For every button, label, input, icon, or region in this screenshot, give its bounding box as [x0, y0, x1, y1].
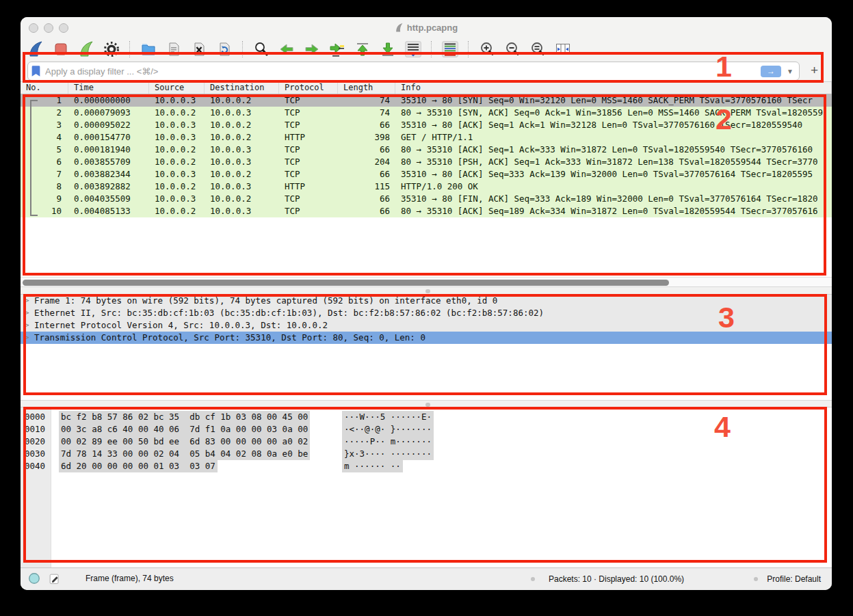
apply-filter-button[interactable]: →: [761, 66, 781, 77]
hex-bytes: 6d 20 00 00 00 00 01 03 03 07: [59, 460, 218, 472]
expand-chevron-icon[interactable]: >: [25, 319, 34, 332]
column-header-time[interactable]: Time: [68, 82, 149, 94]
detail-row-text: Internet Protocol Version 4, Src: 10.0.0…: [34, 319, 328, 332]
column-header-protocol[interactable]: Protocol: [279, 82, 338, 94]
packet-row-10[interactable]: 100.00408513310.0.0.210.0.0.3TCP6680 → 3…: [21, 205, 832, 217]
colorize-packets-icon[interactable]: [442, 41, 458, 57]
go-last-packet-icon[interactable]: [380, 41, 396, 57]
capture-comment-icon[interactable]: [48, 572, 61, 585]
ascii-bytes: }x·3···· ········: [342, 448, 434, 460]
open-file-icon[interactable]: [140, 41, 157, 57]
packet-cell: TCP: [279, 107, 338, 119]
expand-chevron-icon[interactable]: >: [25, 332, 34, 344]
packet-cell: 10.0.0.2: [205, 168, 279, 180]
zoom-out-icon[interactable]: [504, 41, 521, 57]
go-first-packet-icon[interactable]: [354, 41, 371, 57]
toolbar-separator: [129, 41, 131, 57]
display-filter-bar: Apply a display filter ... <⌘/> → ▼ +: [21, 61, 832, 81]
expert-info-icon[interactable]: [27, 572, 41, 585]
packet-cell: 0.004035509: [68, 193, 149, 205]
detail-row[interactable]: >Frame 1: 74 bytes on wire (592 bits), 7…: [21, 295, 832, 307]
detail-row[interactable]: >Ethernet II, Src: bc:35:db:cf:1b:03 (bc…: [21, 307, 832, 319]
status-profile-text[interactable]: Profile: Default: [767, 574, 821, 584]
hex-bytes: bc f2 b8 57 86 02 bc 35 db cf 1b 03 08 0…: [59, 411, 310, 423]
packet-cell: 0.003882344: [68, 168, 149, 180]
packet-cell: 10: [21, 205, 68, 217]
packet-row-5[interactable]: 50.00018194010.0.0.210.0.0.3TCP6680 → 35…: [21, 144, 832, 156]
auto-scroll-icon[interactable]: [405, 41, 421, 57]
packet-cell: 10.0.0.2: [205, 94, 279, 107]
packet-cell: HTTP: [279, 180, 338, 193]
detail-row[interactable]: >Internet Protocol Version 4, Src: 10.0.…: [21, 319, 832, 332]
resize-columns-icon[interactable]: [555, 41, 571, 57]
bytes-rows: 0000bc f2 b8 57 86 02 bc 35 db cf 1b 03 …: [21, 411, 832, 472]
packet-cell: 10.0.0.3: [149, 168, 205, 180]
packet-row-4[interactable]: 40.00015477010.0.0.310.0.0.2HTTP398GET /…: [21, 131, 832, 144]
packet-cell: 0.000095022: [68, 119, 149, 131]
go-to-packet-icon[interactable]: [329, 41, 345, 57]
capture-options-icon[interactable]: [103, 41, 120, 57]
zoom-in-icon[interactable]: [479, 41, 495, 57]
ascii-bytes: ···W···5 ······E·: [342, 411, 434, 423]
pane-splitter-2[interactable]: [21, 400, 832, 407]
packet-row-2[interactable]: 20.00007909310.0.0.210.0.0.3TCP7480 → 35…: [21, 107, 832, 119]
hex-bytes: 00 3c a8 c6 40 00 40 06 7d f1 0a 00 00 0…: [59, 423, 310, 436]
zoom-window-button[interactable]: [59, 23, 68, 33]
pane-splitter-1[interactable]: [21, 286, 832, 295]
find-packet-icon[interactable]: [253, 41, 270, 57]
expand-chevron-icon[interactable]: >: [25, 295, 34, 307]
packet-cell: HTTP/1.0 200 OK: [395, 180, 832, 193]
status-dot-icon: [754, 577, 758, 581]
packet-cell: 5: [21, 144, 68, 156]
window-title-area: http.pcapng: [21, 17, 832, 38]
zoom-reset-icon[interactable]: [529, 41, 546, 57]
display-filter-input[interactable]: Apply a display filter ... <⌘/> → ▼: [27, 62, 800, 81]
packet-row-1[interactable]: 10.00000000010.0.0.310.0.0.2TCP7435310 →…: [21, 94, 832, 107]
hscrollbar-thumb[interactable]: [23, 280, 669, 286]
packet-row-6[interactable]: 60.00385570910.0.0.210.0.0.3TCP20480 → 3…: [21, 156, 832, 168]
packet-row-8[interactable]: 80.00389288210.0.0.210.0.0.3HTTP115HTTP/…: [21, 180, 832, 193]
packet-cell: TCP: [279, 168, 338, 180]
packet-row-3[interactable]: 30.00009502210.0.0.310.0.0.2TCP6635310 →…: [21, 119, 832, 131]
filter-dropdown-caret-icon[interactable]: ▼: [785, 68, 796, 75]
ascii-bytes: ·<··@·@· }·······: [342, 423, 434, 436]
hex-row[interactable]: 002000 02 89 ee 00 50 bd ee 6d 83 00 00 …: [21, 436, 832, 448]
bookmark-icon[interactable]: [31, 65, 41, 77]
column-header-source[interactable]: Source: [149, 82, 205, 94]
stop-capture-icon[interactable]: [53, 41, 69, 57]
close-file-icon[interactable]: [191, 41, 207, 57]
start-capture-icon[interactable]: [27, 41, 44, 57]
minimize-window-button[interactable]: [44, 23, 53, 33]
packet-cell: 74: [338, 94, 395, 107]
hex-row[interactable]: 0000bc f2 b8 57 86 02 bc 35 db cf 1b 03 …: [21, 411, 832, 423]
hex-row[interactable]: 00406d 20 00 00 00 00 01 03 03 07m ·····…: [21, 460, 832, 472]
packet-cell: 35310 → 80 [FIN, ACK] Seq=333 Ack=189 Wi…: [395, 193, 832, 205]
add-filter-button[interactable]: +: [805, 63, 825, 79]
restart-capture-icon[interactable]: [78, 41, 94, 57]
packet-list: 10.00000000010.0.0.310.0.0.2TCP7435310 →…: [21, 94, 832, 217]
close-window-button[interactable]: [29, 23, 38, 33]
packet-list-hscrollbar[interactable]: [21, 277, 832, 287]
packet-cell: GET / HTTP/1.1: [395, 131, 832, 144]
packet-cell: TCP: [279, 119, 338, 131]
column-header-length[interactable]: Length: [338, 82, 395, 94]
packet-cell: 10.0.0.3: [205, 144, 279, 156]
detail-row[interactable]: >Transmission Control Protocol, Src Port…: [21, 332, 832, 344]
expand-chevron-icon[interactable]: >: [25, 307, 34, 319]
hex-row[interactable]: 001000 3c a8 c6 40 00 40 06 7d f1 0a 00 …: [21, 423, 832, 436]
hex-row[interactable]: 00307d 78 14 33 00 00 02 04 05 b4 04 02 …: [21, 448, 832, 460]
packet-cell: 6: [21, 156, 68, 168]
column-header-destination[interactable]: Destination: [205, 82, 279, 94]
go-back-icon[interactable]: [278, 41, 295, 57]
reload-file-icon[interactable]: [216, 41, 233, 57]
column-header-info[interactable]: Info: [395, 82, 832, 94]
hex-offset: 0040: [25, 460, 45, 472]
column-header-no[interactable]: No.: [21, 82, 68, 94]
wireshark-window: http.pcapng: [21, 17, 832, 590]
packet-bytes-pane: 0000bc f2 b8 57 86 02 bc 35 db cf 1b 03 …: [21, 407, 832, 567]
go-forward-icon[interactable]: [304, 41, 320, 57]
packet-row-7[interactable]: 70.00388234410.0.0.310.0.0.2TCP6635310 →…: [21, 168, 832, 180]
packet-cell: 10.0.0.2: [149, 180, 205, 193]
save-file-icon[interactable]: [166, 41, 182, 57]
packet-row-9[interactable]: 90.00403550910.0.0.310.0.0.2TCP6635310 →…: [21, 193, 832, 205]
